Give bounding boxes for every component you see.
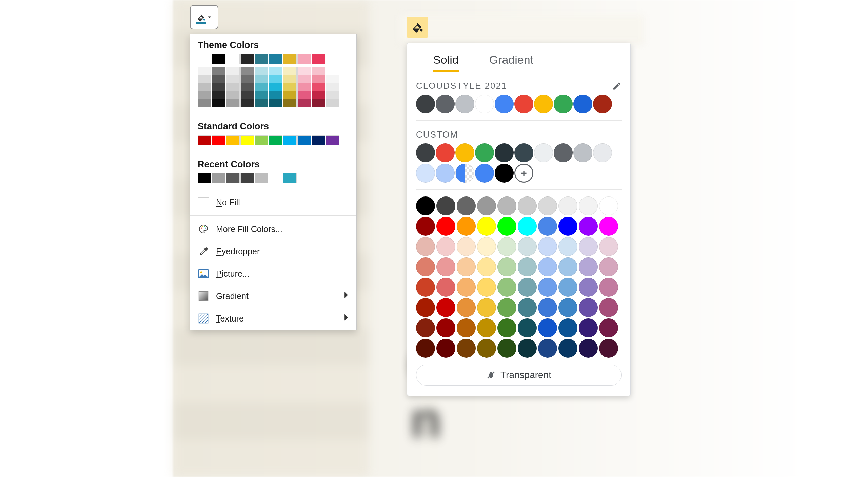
theme-color-swatch[interactable] xyxy=(226,54,240,64)
palette-color-swatch[interactable] xyxy=(558,318,577,337)
palette-color-swatch[interactable] xyxy=(436,278,455,297)
theme-tint-swatch[interactable] xyxy=(240,75,254,83)
palette-color-swatch[interactable] xyxy=(436,196,455,215)
theme-color-swatch[interactable] xyxy=(534,95,553,113)
palette-color-swatch[interactable] xyxy=(436,217,455,236)
theme-tint-swatch[interactable] xyxy=(212,75,225,83)
palette-color-swatch[interactable] xyxy=(599,318,618,337)
theme-tint-swatch[interactable] xyxy=(312,67,325,75)
palette-color-swatch[interactable] xyxy=(497,339,516,358)
theme-color-swatch[interactable] xyxy=(416,95,435,113)
theme-tint-swatch[interactable] xyxy=(226,91,240,99)
theme-tint-swatch[interactable] xyxy=(326,99,339,107)
theme-tint-swatch[interactable] xyxy=(198,99,211,107)
palette-color-swatch[interactable] xyxy=(477,217,496,236)
more-fill-colors-item[interactable]: More Fill Colors... xyxy=(190,218,356,240)
theme-tint-swatch[interactable] xyxy=(226,83,240,91)
theme-color-swatch[interactable] xyxy=(514,95,533,113)
palette-color-swatch[interactable] xyxy=(497,278,516,297)
theme-tint-swatch[interactable] xyxy=(240,91,254,99)
theme-tint-swatch[interactable] xyxy=(240,99,254,107)
theme-tint-swatch[interactable] xyxy=(198,75,211,83)
palette-color-swatch[interactable] xyxy=(538,298,557,317)
tab-solid[interactable]: Solid xyxy=(433,53,459,72)
palette-color-swatch[interactable] xyxy=(457,298,476,317)
palette-color-swatch[interactable] xyxy=(558,217,577,236)
recent-color-swatch[interactable] xyxy=(226,173,240,183)
theme-tint-swatch[interactable] xyxy=(283,83,297,91)
palette-color-swatch[interactable] xyxy=(518,339,537,358)
theme-tint-swatch[interactable] xyxy=(326,91,339,99)
eyedropper-item[interactable]: Eyedropper xyxy=(190,240,356,263)
custom-color-swatch[interactable] xyxy=(495,143,514,162)
palette-color-swatch[interactable] xyxy=(518,217,537,236)
standard-color-swatch[interactable] xyxy=(297,135,311,145)
palette-color-swatch[interactable] xyxy=(558,237,577,256)
palette-color-swatch[interactable] xyxy=(416,298,435,317)
standard-color-swatch[interactable] xyxy=(312,135,325,145)
fill-color-button[interactable] xyxy=(407,17,428,38)
palette-color-swatch[interactable] xyxy=(599,237,618,256)
theme-color-swatch[interactable] xyxy=(212,54,225,64)
palette-color-swatch[interactable] xyxy=(416,196,435,215)
theme-color-swatch[interactable] xyxy=(573,95,592,113)
theme-tint-swatch[interactable] xyxy=(212,67,225,75)
theme-tint-swatch[interactable] xyxy=(226,75,240,83)
palette-color-swatch[interactable] xyxy=(538,217,557,236)
theme-tint-swatch[interactable] xyxy=(198,83,211,91)
theme-tint-swatch[interactable] xyxy=(283,99,297,107)
palette-color-swatch[interactable] xyxy=(558,339,577,358)
standard-color-swatch[interactable] xyxy=(226,135,240,145)
recent-color-swatch[interactable] xyxy=(198,173,211,183)
palette-color-swatch[interactable] xyxy=(497,237,516,256)
palette-color-swatch[interactable] xyxy=(477,298,496,317)
palette-color-swatch[interactable] xyxy=(579,237,598,256)
custom-color-swatch[interactable] xyxy=(416,143,435,162)
recent-color-swatch[interactable] xyxy=(269,173,282,183)
theme-tint-swatch[interactable] xyxy=(226,67,240,75)
theme-tint-swatch[interactable] xyxy=(326,83,339,91)
theme-tint-swatch[interactable] xyxy=(255,75,268,83)
palette-color-swatch[interactable] xyxy=(416,257,435,276)
edit-theme-icon[interactable] xyxy=(612,81,622,91)
theme-tint-swatch[interactable] xyxy=(297,91,311,99)
theme-tint-swatch[interactable] xyxy=(226,99,240,107)
picture-fill-item[interactable]: Picture... xyxy=(190,263,356,285)
theme-tint-swatch[interactable] xyxy=(269,75,282,83)
palette-color-swatch[interactable] xyxy=(518,318,537,337)
theme-tint-swatch[interactable] xyxy=(312,75,325,83)
palette-color-swatch[interactable] xyxy=(436,339,455,358)
theme-tint-swatch[interactable] xyxy=(297,75,311,83)
palette-color-swatch[interactable] xyxy=(457,257,476,276)
theme-color-swatch[interactable] xyxy=(283,54,297,64)
custom-color-swatch[interactable] xyxy=(593,143,612,162)
palette-color-swatch[interactable] xyxy=(599,217,618,236)
theme-tint-swatch[interactable] xyxy=(326,67,339,75)
theme-tint-swatch[interactable] xyxy=(240,83,254,91)
palette-color-swatch[interactable] xyxy=(457,237,476,256)
theme-tint-swatch[interactable] xyxy=(198,67,211,75)
palette-color-swatch[interactable] xyxy=(538,196,557,215)
theme-tint-swatch[interactable] xyxy=(297,67,311,75)
palette-color-swatch[interactable] xyxy=(558,298,577,317)
theme-tint-swatch[interactable] xyxy=(297,99,311,107)
palette-color-swatch[interactable] xyxy=(477,196,496,215)
theme-color-swatch[interactable] xyxy=(198,54,211,64)
custom-color-swatch[interactable] xyxy=(475,164,494,183)
palette-color-swatch[interactable] xyxy=(579,196,598,215)
theme-tint-swatch[interactable] xyxy=(312,91,325,99)
palette-color-swatch[interactable] xyxy=(477,237,496,256)
custom-color-swatch[interactable] xyxy=(455,143,474,162)
add-custom-color-button[interactable]: + xyxy=(514,164,533,183)
custom-color-swatch[interactable] xyxy=(554,143,573,162)
palette-color-swatch[interactable] xyxy=(457,196,476,215)
theme-color-swatch[interactable] xyxy=(495,95,514,113)
gradient-fill-item[interactable]: Gradient xyxy=(190,285,356,307)
tab-gradient[interactable]: Gradient xyxy=(489,53,533,72)
theme-tint-swatch[interactable] xyxy=(198,91,211,99)
transparent-button[interactable]: Transparent xyxy=(416,365,622,386)
palette-color-swatch[interactable] xyxy=(599,196,618,215)
palette-color-swatch[interactable] xyxy=(558,257,577,276)
palette-color-swatch[interactable] xyxy=(518,298,537,317)
palette-color-swatch[interactable] xyxy=(538,278,557,297)
